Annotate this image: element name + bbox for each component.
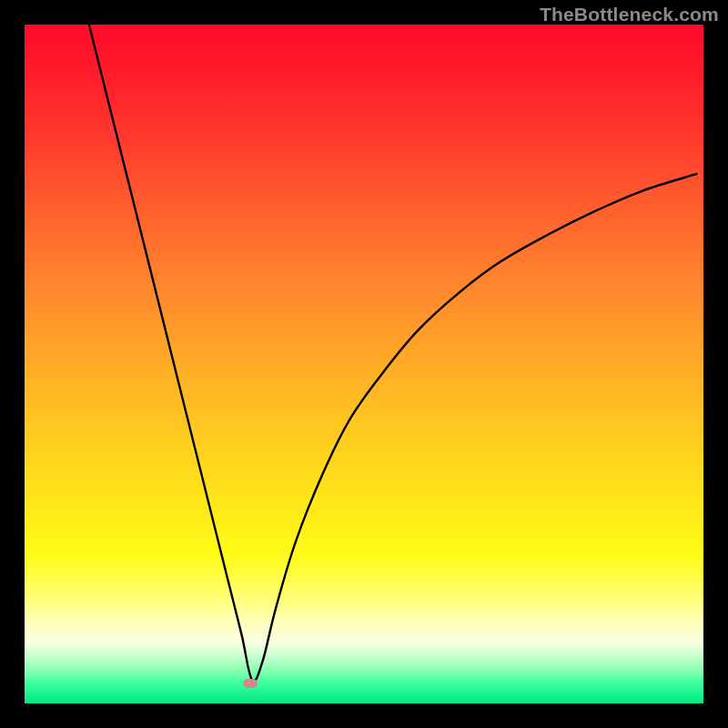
chart-frame: TheBottleneck.com [0,0,728,728]
plot-area [25,25,703,703]
watermark-text: TheBottleneck.com [540,4,719,25]
bottleneck-curve-path [89,25,697,681]
optimal-point-marker [243,679,258,688]
curve-layer [25,25,703,703]
